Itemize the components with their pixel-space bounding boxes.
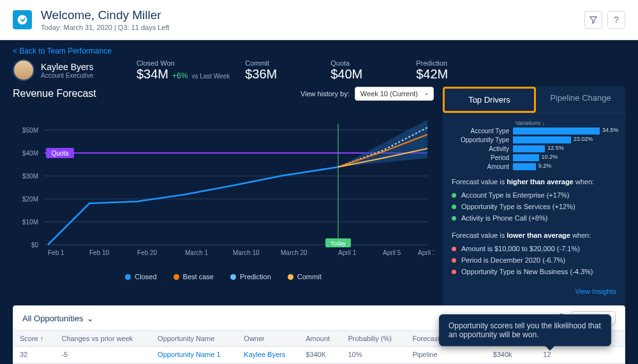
chevron-down-icon: ⌄	[87, 314, 94, 323]
tab-top-drivers[interactable]: Top Drivers	[443, 87, 536, 113]
svg-text:$40M: $40M	[22, 150, 38, 157]
opp-name-link[interactable]: Opportunity Name 1	[158, 351, 220, 358]
svg-text:Today: Today	[330, 240, 346, 247]
avatar	[13, 59, 34, 81]
svg-text:Feb 1: Feb 1	[48, 249, 64, 256]
view-insights-link[interactable]: View Insights	[443, 284, 625, 302]
svg-text:April 5: April 5	[383, 249, 401, 256]
forecast-panel: Revenue Forecast View history by: Week 1…	[13, 87, 434, 316]
svg-text:$20M: $20M	[22, 196, 38, 203]
svg-text:April 1: April 1	[338, 249, 357, 256]
view-by-select[interactable]: Week 10 (Current)	[355, 87, 434, 101]
higher-heading: Forecast value is higher than average wh…	[452, 178, 616, 186]
svg-text:March 10: March 10	[233, 249, 260, 256]
lower-list: Amount is $10,000 to $20,000 (-7.1%)Peri…	[452, 243, 616, 277]
chart-legend: Closed Best case Prediction Commit	[13, 273, 434, 280]
tab-pipeline-change[interactable]: Pipeline Change	[536, 87, 625, 113]
svg-text:Feb 10: Feb 10	[89, 249, 110, 256]
table-header[interactable]: Probabiliy (%)	[341, 331, 406, 347]
opportunities-title[interactable]: All Opportunities ⌄	[22, 314, 94, 323]
metric-prediction: Prediction $42M	[416, 59, 486, 82]
insight-item: Amount is $10,000 to $20,000 (-7.1%)	[452, 243, 616, 254]
back-link[interactable]: < Back to Team Performance	[13, 47, 112, 55]
driver-row: Opportunity Type23.02%	[452, 136, 616, 143]
insight-item: Opportunity Type is New Business (-4.3%)	[452, 266, 616, 277]
svg-text:$30M: $30M	[22, 173, 38, 180]
help-button[interactable]: ?	[607, 11, 625, 29]
higher-list: Account Type is Enterprise (+17%)Opportu…	[452, 189, 616, 224]
driver-row: Account Type34.5%	[452, 127, 616, 135]
metric-commit: Commit $36M	[245, 59, 315, 82]
driver-row: Period10.2%	[452, 154, 616, 161]
summary-row: Kaylee Byers Account Executive Closed Wo…	[13, 59, 625, 82]
header-text: Welcome, Cindy Miller Today: March 31, 2…	[41, 8, 170, 31]
insight-item: Period is December 2020 (-6.7%)	[452, 254, 616, 266]
owner-link[interactable]: Kaylee Byers	[244, 351, 285, 358]
person-block: Kaylee Byers Account Executive	[13, 59, 121, 81]
driver-row: Activity12.5%	[452, 145, 616, 152]
table-header[interactable]: Owner	[237, 331, 299, 347]
score-tooltip: Opportunity scores tell you the likeliho…	[439, 314, 611, 346]
svg-text:$0: $0	[31, 242, 39, 249]
person-role: Account Executive	[41, 72, 93, 79]
chart-title: Revenue Forecast	[13, 88, 96, 99]
person-name: Kaylee Byers	[41, 62, 93, 72]
table-header[interactable]: Opportunity Name	[151, 331, 237, 347]
insight-item: Opportunity Type is Services (+12%)	[452, 201, 616, 212]
welcome-title: Welcome, Cindy Miller	[41, 8, 170, 22]
insights-panel: Top Drivers Pipeline Change Variations ↓…	[443, 87, 625, 316]
funnel-icon	[589, 15, 598, 24]
table-header[interactable]: Score ↑	[13, 331, 55, 347]
view-by-label: View history by:	[300, 90, 350, 98]
filter-button[interactable]	[584, 11, 602, 29]
table-row[interactable]: 32-5Opportunity Name 1Kaylee Byers$340K1…	[13, 347, 625, 363]
svg-text:March 20: March 20	[281, 249, 308, 256]
main-dashboard: < Back to Team Performance Kaylee Byers …	[0, 40, 638, 364]
svg-text:$50M: $50M	[22, 127, 38, 134]
svg-text:$10M: $10M	[22, 219, 38, 226]
lower-heading: Forecast value is lower than average whe…	[452, 231, 616, 239]
header-subline: Today: March 31, 2020 | Q3: 11 days Left	[41, 24, 170, 31]
metric-closed-won: Closed Won $34M +6% vs Last Week	[137, 59, 230, 82]
page-header: Welcome, Cindy Miller Today: March 31, 2…	[0, 0, 638, 40]
insight-item: Activity is Phone Call (+8%)	[452, 212, 616, 224]
table-header[interactable]: Amount	[299, 331, 341, 347]
forecast-chart: $0 $10M $20M $30M $40M $50M Quota Today	[13, 105, 434, 270]
svg-text:Feb 20: Feb 20	[137, 249, 158, 256]
svg-text:Quota: Quota	[51, 150, 69, 157]
app-icon	[13, 10, 32, 29]
insight-item: Account Type is Enterprise (+17%)	[452, 189, 616, 201]
driver-row: Amount9.2%	[452, 163, 616, 170]
metric-quota: Quota $40M	[330, 59, 401, 82]
svg-text:March 1: March 1	[185, 249, 209, 256]
table-header[interactable]: Changes vs prior week	[55, 331, 151, 347]
variations-header: Variations ↓	[516, 120, 616, 126]
svg-text:April 10: April 10	[418, 249, 434, 256]
